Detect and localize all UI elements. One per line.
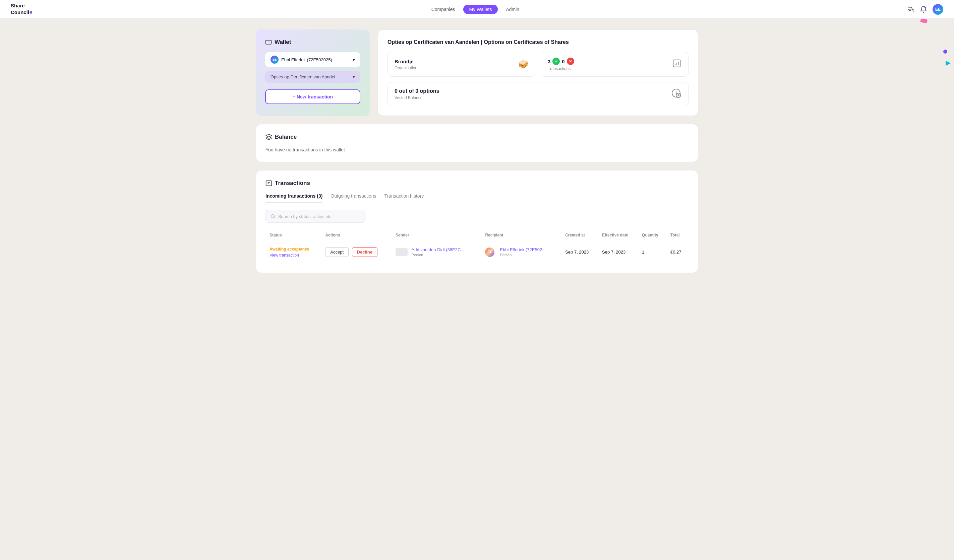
svg-rect-1: [266, 40, 271, 44]
row-created: Sep 7, 2023: [561, 241, 598, 263]
transactions-section: Transactions Incoming transactions (3) O…: [256, 170, 698, 273]
col-total: Total: [666, 229, 689, 241]
nav-links: Companies My Wallets Admin: [54, 5, 896, 14]
logo-dot: ●: [29, 9, 33, 16]
transactions-table-container: Status Actions Sender Recipient Created …: [265, 229, 689, 263]
new-transaction-button[interactable]: + New transaction: [265, 89, 360, 104]
search-input[interactable]: [278, 214, 361, 219]
table-body: Awaiting acceptance View transaction Acc…: [265, 241, 689, 263]
row-status: Awaiting acceptance View transaction: [265, 241, 321, 263]
sender-icon: [396, 248, 408, 256]
deco-arrow: ▶: [946, 59, 951, 67]
transactions-table: Status Actions Sender Recipient Created …: [265, 229, 689, 263]
tx-stat-box: 3 ✓ 0 ✕ Transactions: [541, 52, 689, 77]
vested-value: 0 out of 0 options: [394, 88, 439, 94]
row-total: €0.27: [666, 241, 689, 263]
sender-name[interactable]: Adri von den Didi (38E2C...: [412, 247, 465, 252]
deco-dot: [943, 50, 947, 54]
tx-badge-green: ✓: [552, 58, 560, 65]
wallet-type-chevron: ▾: [352, 75, 355, 79]
language-icon: [907, 6, 915, 13]
recipient-name[interactable]: Ebbi Elferink (72E502...: [500, 247, 546, 252]
col-status: Status: [265, 229, 321, 241]
nav-admin[interactable]: Admin: [506, 7, 519, 12]
org-label: Organisation: [394, 65, 417, 70]
avatar[interactable]: EE: [932, 4, 943, 15]
recipient-avatar: EE: [485, 247, 494, 257]
vested-label: Vested Balance: [394, 95, 439, 100]
nav-wallets[interactable]: My Wallets: [463, 5, 498, 14]
search-icon: [271, 214, 276, 219]
col-actions: Actions: [321, 229, 391, 241]
tab-incoming[interactable]: Incoming transactions (3): [265, 193, 323, 203]
wallet-card: Wallet EE Ebbi Elferink (72E502025) ▾ Op…: [256, 30, 370, 116]
logo: Share Council●: [11, 3, 33, 16]
decline-button[interactable]: Decline: [352, 247, 377, 257]
status-awaiting-text: Awaiting acceptance: [270, 247, 309, 252]
balance-section: Balance You have no transactions in this…: [256, 124, 698, 162]
user-avatar: EE: [271, 56, 279, 64]
org-name: Broodje: [394, 59, 417, 64]
certificate-card: Opties op Certificaten van Aandelen | Op…: [378, 30, 698, 116]
recipient-type: Person: [500, 253, 511, 257]
org-info: Broodje Organisation: [394, 59, 417, 70]
navbar: Share Council● Companies My Wallets Admi…: [0, 0, 954, 19]
tx-info: 3 ✓ 0 ✕ Transactions: [548, 58, 574, 71]
vested-of-text: out of: [399, 88, 415, 94]
top-row: Wallet EE Ebbi Elferink (72E502025) ▾ Op…: [256, 30, 698, 116]
tab-history[interactable]: Transaction history: [385, 193, 424, 203]
accept-button[interactable]: Accept: [325, 247, 349, 257]
svg-point-0: [924, 6, 926, 8]
transactions-title-text: Transactions: [275, 180, 310, 187]
row-sender: Adri von den Didi (38E2C... Person: [391, 241, 481, 263]
col-quantity: Quantity: [638, 229, 666, 241]
recipient-info: Ebbi Elferink (72E502... Person: [500, 247, 546, 257]
certificate-title: Opties op Certificaten van Aandelen | Op…: [388, 39, 689, 45]
table-head: Status Actions Sender Recipient Created …: [265, 229, 689, 241]
user-name-label: Ebbi Elferink (72E502025): [281, 57, 332, 62]
logo-text: Share Council●: [11, 3, 33, 16]
row-recipient: EE Ebbi Elferink (72E502... Person: [481, 241, 561, 263]
vested-of: 0: [415, 88, 418, 94]
transactions-section-title: Transactions: [265, 180, 689, 187]
balance-title: Balance: [265, 134, 689, 140]
balance-icon: [265, 134, 272, 140]
transactions-count: 3 ✓ 0 ✕: [548, 58, 574, 65]
wallet-card-title: Wallet: [265, 39, 360, 45]
view-transaction-link[interactable]: View transaction: [270, 253, 317, 258]
col-recipient: Recipient: [481, 229, 561, 241]
org-icon: 🥪: [518, 60, 528, 69]
notification-button[interactable]: [920, 6, 927, 13]
wallet-type-dropdown[interactable]: Opties op Certificaten van Aandel... ▾: [265, 71, 360, 83]
tx-icon: [672, 59, 681, 70]
deco-pink: [920, 18, 928, 24]
tx-count-number: 3: [548, 59, 550, 64]
tx-label: Transactions: [548, 66, 574, 71]
vested-out: 0: [394, 88, 398, 94]
wallet-title-text: Wallet: [274, 39, 291, 45]
vested-info: 0 out of 0 options Vested Balance: [394, 88, 439, 100]
user-dropdown[interactable]: EE Ebbi Elferink (72E502025) ▾: [265, 52, 360, 67]
vested-icon: [671, 88, 681, 101]
new-transaction-label: + New transaction: [293, 94, 333, 100]
tx-badge-red: ✕: [567, 58, 574, 65]
tx-pending-number: 0: [562, 59, 564, 64]
col-created: Created at: [561, 229, 598, 241]
svg-point-6: [271, 215, 274, 218]
nav-companies[interactable]: Companies: [432, 7, 455, 12]
language-button[interactable]: [907, 6, 915, 13]
wallet-icon: [265, 39, 272, 45]
col-sender: Sender: [391, 229, 481, 241]
vested-options-text: options: [420, 88, 440, 94]
main-content: Wallet EE Ebbi Elferink (72E502025) ▾ Op…: [242, 19, 712, 292]
vested-stat-box: 0 out of 0 options Vested Balance: [388, 82, 689, 106]
sender-type: Person: [412, 253, 423, 257]
user-dropdown-inner: EE Ebbi Elferink (72E502025): [271, 56, 332, 64]
transactions-tabs: Incoming transactions (3) Outgoing trans…: [265, 193, 689, 203]
table-row: Awaiting acceptance View transaction Acc…: [265, 241, 689, 263]
tab-outgoing[interactable]: Outgoing transactions: [330, 193, 376, 203]
wallet-type-label: Opties op Certificaten van Aandel...: [271, 75, 339, 79]
bell-icon: [920, 6, 927, 13]
org-stat-box: Broodje Organisation 🥪: [388, 52, 535, 77]
svg-rect-5: [266, 181, 272, 186]
